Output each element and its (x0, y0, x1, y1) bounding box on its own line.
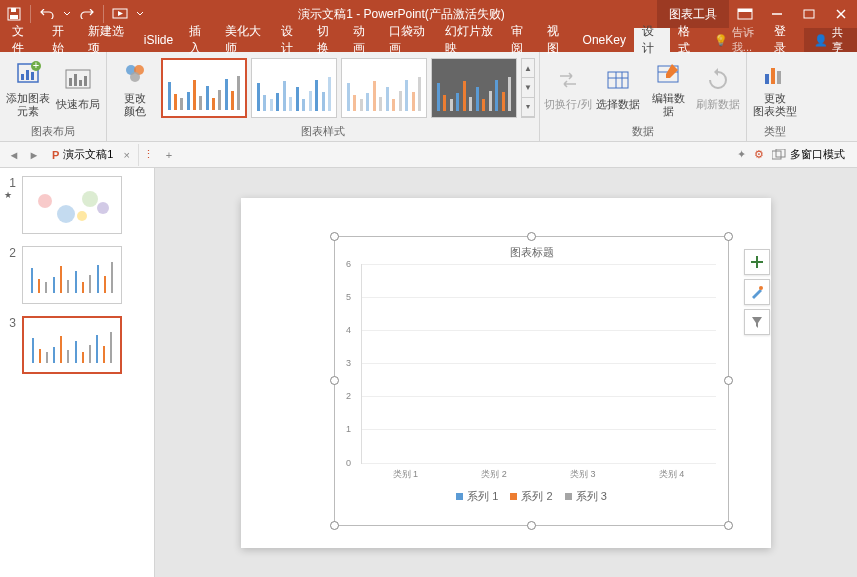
tab-transition[interactable]: 切换 (309, 28, 345, 52)
edit-data-icon (652, 58, 684, 90)
legend-item[interactable]: 系列 2 (510, 489, 552, 504)
resize-handle-tl[interactable] (330, 232, 339, 241)
svg-rect-12 (26, 70, 29, 80)
windows-icon (772, 149, 786, 161)
group-type: 更改 图表类型 类型 (747, 52, 803, 141)
tab-design[interactable]: 设计 (273, 28, 309, 52)
x-tick: 类别 4 (659, 468, 685, 481)
tab-beautify[interactable]: 美化大师 (217, 28, 273, 52)
chart-style-3[interactable] (341, 58, 427, 118)
resize-handle-t[interactable] (527, 232, 536, 241)
svg-point-23 (130, 72, 140, 82)
thumbnail-1[interactable] (22, 176, 122, 234)
chart-style-2[interactable] (251, 58, 337, 118)
y-tick: 2 (346, 391, 351, 401)
select-data-button[interactable]: 选择数据 (594, 54, 642, 122)
magic-icon[interactable]: ✦ (737, 148, 746, 161)
close-button[interactable] (825, 0, 857, 28)
tab-chart-design[interactable]: 设计 (634, 28, 670, 52)
svg-rect-17 (69, 78, 72, 86)
person-icon: 👤 (814, 34, 828, 47)
tab-home[interactable]: 开始 (44, 28, 80, 52)
thumbnail-3[interactable] (22, 316, 122, 374)
chart-elements-button[interactable] (744, 249, 770, 275)
tab-file[interactable]: 文件 (0, 28, 44, 52)
tab-format[interactable]: 格式 (670, 28, 706, 52)
qat-more[interactable] (134, 0, 146, 28)
chart-plot-area[interactable]: 0123456 (361, 264, 716, 464)
tab-pocket[interactable]: 口袋动画 (381, 28, 437, 52)
tab-islide[interactable]: iSlide (136, 28, 181, 52)
resize-handle-tr[interactable] (724, 232, 733, 241)
styles-gallery-more[interactable]: ▲▼▾ (521, 58, 535, 118)
doc-tab-menu[interactable]: ⋮ (139, 145, 159, 165)
y-tick: 4 (346, 325, 351, 335)
svg-rect-2 (11, 8, 16, 12)
svg-rect-24 (608, 72, 628, 88)
group-chart-styles: 更改 颜色 ▲▼▾ 图表样式 (107, 52, 540, 141)
doc-tab-1[interactable]: P 演示文稿1 × (44, 144, 139, 166)
svg-text:+: + (33, 60, 39, 71)
chart-title[interactable]: 图表标题 (343, 245, 720, 260)
doc-tab-next[interactable]: ► (24, 145, 44, 165)
svg-rect-31 (771, 68, 775, 84)
refresh-icon (702, 64, 734, 96)
change-chart-type-button[interactable]: 更改 图表类型 (751, 54, 799, 122)
tab-review[interactable]: 审阅 (503, 28, 539, 52)
chart-styles-button[interactable] (744, 279, 770, 305)
main-area: 1★ 2 3 (0, 168, 857, 577)
chart-filters-button[interactable] (744, 309, 770, 335)
tab-animation[interactable]: 动画 (345, 28, 381, 52)
svg-rect-7 (804, 10, 814, 18)
chart-style-1[interactable] (161, 58, 247, 118)
share-button[interactable]: 👤共享 (804, 28, 857, 52)
swap-row-col-button: 切换行/列 (544, 54, 592, 122)
x-axis-labels: 类别 1类别 2类别 3类别 4 (361, 468, 716, 481)
resize-handle-l[interactable] (330, 376, 339, 385)
svg-point-37 (759, 286, 763, 290)
legend-swatch (510, 493, 517, 500)
resize-handle-b[interactable] (527, 521, 536, 530)
tab-slideshow[interactable]: 幻灯片放映 (437, 28, 503, 52)
legend-item[interactable]: 系列 1 (456, 489, 498, 504)
resize-handle-br[interactable] (724, 521, 733, 530)
slide-canvas[interactable]: 图表标题 0123456 类别 1类别 2类别 3类别 4 系列 1系列 2系列… (155, 168, 857, 577)
doc-tab-prev[interactable]: ◄ (4, 145, 24, 165)
y-tick: 5 (346, 292, 351, 302)
slide-thumbnails: 1★ 2 3 (0, 168, 155, 577)
svg-rect-30 (765, 74, 769, 84)
thumbnail-2[interactable] (22, 246, 122, 304)
svg-rect-19 (79, 80, 82, 86)
resize-handle-bl[interactable] (330, 521, 339, 530)
chart-legend[interactable]: 系列 1系列 2系列 3 (343, 489, 720, 504)
quick-layout-button[interactable]: 快速布局 (54, 54, 102, 122)
tell-me-search[interactable]: 💡告诉我... (714, 25, 764, 55)
y-tick: 0 (346, 458, 351, 468)
document-tabs: ◄ ► P 演示文稿1 × ⋮ + ✦ ⚙ 多窗口模式 (0, 142, 857, 168)
change-colors-button[interactable]: 更改 颜色 (111, 54, 159, 122)
close-tab-icon[interactable]: × (123, 149, 129, 161)
y-tick: 1 (346, 424, 351, 434)
add-chart-element-button[interactable]: + 添加图表 元素 (4, 54, 52, 122)
refresh-data-button: 刷新数据 (694, 54, 742, 122)
edit-data-button[interactable]: 编辑数 据 (644, 54, 692, 122)
multi-window-button[interactable]: 多窗口模式 (772, 147, 845, 162)
powerpoint-icon: P (52, 149, 59, 161)
tab-view[interactable]: 视图 (539, 28, 575, 52)
slide[interactable]: 图表标题 0123456 类别 1类别 2类别 3类别 4 系列 1系列 2系列… (241, 198, 771, 548)
new-doc-tab[interactable]: + (159, 145, 179, 165)
svg-rect-20 (84, 76, 87, 86)
ribbon-options-button[interactable] (729, 0, 761, 28)
tab-onekey[interactable]: OneKey (575, 28, 634, 52)
svg-rect-18 (74, 74, 77, 86)
group-chart-layout: + 添加图表 元素 快速布局 图表布局 (0, 52, 107, 141)
resize-handle-r[interactable] (724, 376, 733, 385)
tab-new[interactable]: 新建选项 (80, 28, 136, 52)
legend-item[interactable]: 系列 3 (565, 489, 607, 504)
tab-insert[interactable]: 插入 (181, 28, 217, 52)
svg-rect-13 (31, 72, 34, 80)
quick-layout-icon (62, 64, 94, 96)
settings-icon[interactable]: ⚙ (754, 148, 764, 161)
chart-style-4[interactable] (431, 58, 517, 118)
chart-object[interactable]: 图表标题 0123456 类别 1类别 2类别 3类别 4 系列 1系列 2系列… (334, 236, 729, 526)
